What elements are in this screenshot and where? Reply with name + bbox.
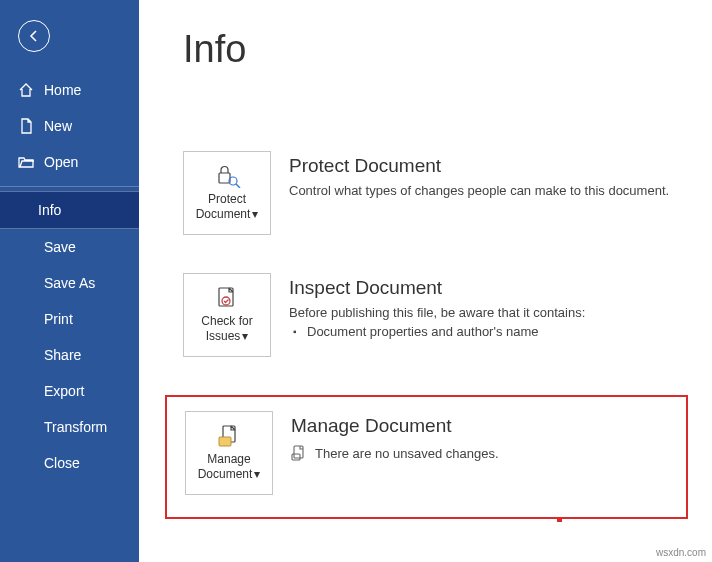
lock-shield-icon: [211, 164, 243, 188]
chevron-down-icon: ▾: [252, 207, 258, 222]
folder-open-icon: [18, 154, 34, 170]
button-label: Check for Issues▾: [188, 314, 266, 344]
sidebar-item-label: New: [44, 118, 72, 134]
svg-rect-5: [219, 437, 231, 446]
sidebar-item-print[interactable]: Print: [0, 301, 139, 337]
section-heading: Manage Document: [291, 415, 499, 437]
protect-document-section: Protect Document▾ Protect Document Contr…: [183, 151, 688, 235]
sidebar-secondary-nav: Info Save Save As Print Share Export Tra…: [0, 191, 139, 481]
manage-status-message: There are no unsaved changes.: [291, 445, 499, 461]
svg-rect-7: [292, 454, 300, 460]
section-text: Before publishing this file, be aware th…: [289, 305, 688, 320]
sidebar-item-save[interactable]: Save: [0, 229, 139, 265]
manage-document-description: Manage Document There are no unsaved cha…: [291, 411, 499, 461]
list-item: Document properties and author's name: [307, 324, 688, 339]
svg-point-3: [222, 297, 230, 305]
main-content: Info Protect Document▾ Protect Document …: [139, 0, 712, 562]
sidebar-item-save-as[interactable]: Save As: [0, 265, 139, 301]
manage-document-section-highlighted: Manage Document▾ Manage Document There a…: [165, 395, 688, 519]
sidebar-divider: [0, 186, 139, 187]
sidebar-item-label: Home: [44, 82, 81, 98]
unsaved-document-icon: [291, 445, 307, 461]
protect-document-button[interactable]: Protect Document▾: [183, 151, 271, 235]
sidebar-item-label: Open: [44, 154, 78, 170]
document-check-icon: [211, 286, 243, 310]
button-label: Manage Document▾: [190, 452, 268, 482]
sidebar-item-info[interactable]: Info: [0, 191, 139, 229]
sidebar-item-share[interactable]: Share: [0, 337, 139, 373]
inspect-issues-list: Document properties and author's name: [289, 324, 688, 339]
sidebar-item-label: Print: [44, 311, 73, 327]
arrow-left-icon: [26, 28, 42, 44]
annotation-dot: [557, 517, 562, 522]
svg-rect-0: [219, 173, 230, 183]
chevron-down-icon: ▾: [242, 329, 248, 344]
home-icon: [18, 82, 34, 98]
document-folder-icon: [213, 424, 245, 448]
section-heading: Inspect Document: [289, 277, 688, 299]
document-icon: [18, 118, 34, 134]
sidebar-item-transform[interactable]: Transform: [0, 409, 139, 445]
sidebar-item-home[interactable]: Home: [0, 72, 139, 108]
page-title: Info: [183, 28, 688, 71]
sidebar-item-label: Save: [44, 239, 76, 255]
sidebar-item-label: Share: [44, 347, 81, 363]
sidebar-item-new[interactable]: New: [0, 108, 139, 144]
watermark-text: wsxdn.com: [656, 547, 706, 558]
svg-rect-6: [294, 446, 303, 458]
check-for-issues-button[interactable]: Check for Issues▾: [183, 273, 271, 357]
sidebar-item-close[interactable]: Close: [0, 445, 139, 481]
chevron-down-icon: ▾: [254, 467, 260, 482]
protect-document-description: Protect Document Control what types of c…: [289, 151, 688, 198]
sidebar-item-label: Info: [38, 202, 61, 218]
sidebar-item-label: Close: [44, 455, 80, 471]
sidebar-item-export[interactable]: Export: [0, 373, 139, 409]
inspect-document-description: Inspect Document Before publishing this …: [289, 273, 688, 339]
sidebar-primary-nav: Home New Open: [0, 72, 139, 180]
section-heading: Protect Document: [289, 155, 688, 177]
section-text: Control what types of changes people can…: [289, 183, 688, 198]
sidebar-item-open[interactable]: Open: [0, 144, 139, 180]
backstage-sidebar: Home New Open Info Save Save As Print Sh…: [0, 0, 139, 562]
manage-document-button[interactable]: Manage Document▾: [185, 411, 273, 495]
status-text: There are no unsaved changes.: [315, 446, 499, 461]
back-button[interactable]: [18, 20, 50, 52]
sidebar-item-label: Save As: [44, 275, 95, 291]
button-label: Protect Document▾: [188, 192, 266, 222]
inspect-document-section: Check for Issues▾ Inspect Document Befor…: [183, 273, 688, 357]
sidebar-item-label: Export: [44, 383, 84, 399]
sidebar-item-label: Transform: [44, 419, 107, 435]
